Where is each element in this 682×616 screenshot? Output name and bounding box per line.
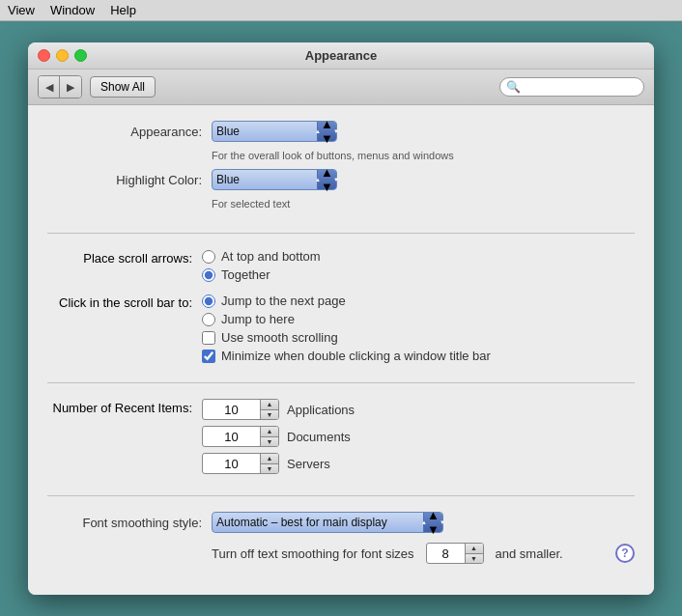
font-size-up-btn[interactable]: ▲	[466, 544, 483, 554]
zoom-button[interactable]	[74, 49, 87, 62]
recent-servers-row: 10 ▲ ▼ Servers	[202, 453, 635, 474]
recent-items-section: Number of Recent Items: 10 ▲ ▼ Applicati…	[47, 399, 635, 496]
servers-value: 10	[203, 457, 260, 471]
minimize-label: Minimize when double clicking a window t…	[221, 349, 491, 363]
font-size-stepper-btns: ▲ ▼	[465, 544, 483, 563]
appearance-hint: For the overall look of buttons, menus a…	[212, 150, 635, 161]
scroll-together-label: Together	[221, 267, 270, 282]
smooth-scroll-label: Use smooth scrolling	[221, 330, 338, 345]
next-page-radio[interactable]	[202, 294, 215, 308]
highlight-color-select[interactable]: Blue Graphite	[216, 173, 332, 186]
docs-up-btn[interactable]: ▲	[261, 427, 278, 437]
highlight-color-label: Highlight Color:	[47, 173, 202, 187]
smooth-scroll-checkbox[interactable]	[202, 331, 215, 345]
next-page-row: Jump to the next page	[202, 294, 635, 308]
scroll-arrows-label: Place scroll arrows:	[83, 251, 192, 266]
jump-here-radio[interactable]	[202, 313, 215, 326]
search-input[interactable]	[523, 80, 638, 94]
back-button[interactable]: ◀	[39, 76, 60, 98]
close-button[interactable]	[38, 49, 50, 62]
appearance-window: Appearance ◀ ▶ Show All 🔍 Appearance: Bl…	[28, 42, 654, 595]
scroll-arrows-group: Place scroll arrows: At top and bottom T…	[47, 249, 635, 286]
docs-stepper[interactable]: 10 ▲ ▼	[202, 426, 279, 447]
apps-up-btn[interactable]: ▲	[261, 400, 278, 410]
text-smoothing-row: Turn off text smoothing for font sizes 8…	[47, 543, 635, 564]
font-smoothing-section: Font smoothing style: Automatic – best f…	[47, 512, 635, 579]
font-smoothing-row: Font smoothing style: Automatic – best f…	[47, 512, 635, 533]
recent-items-controls: 10 ▲ ▼ Applications 10 ▲	[202, 399, 635, 480]
apps-stepper[interactable]: 10 ▲ ▼	[202, 399, 279, 420]
show-all-button[interactable]: Show All	[90, 76, 156, 98]
servers-up-btn[interactable]: ▲	[261, 454, 278, 464]
font-size-down-btn[interactable]: ▼	[466, 554, 483, 564]
minimize-button[interactable]	[56, 49, 69, 62]
next-page-label: Jump to the next page	[221, 294, 346, 308]
docs-value: 10	[203, 430, 260, 444]
apps-down-btn[interactable]: ▼	[261, 410, 278, 420]
font-smoothing-label: Font smoothing style:	[47, 516, 202, 530]
menu-bar: View Window Help	[0, 0, 682, 21]
content: Appearance: Blue Graphite ▲ ▼ For the ov…	[28, 105, 654, 595]
font-smoothing-select[interactable]: Automatic – best for main display Standa…	[216, 516, 439, 529]
scroll-top-bottom-row: At top and bottom	[202, 249, 635, 264]
menu-window[interactable]: Window	[50, 3, 95, 17]
servers-down-btn[interactable]: ▼	[261, 464, 278, 474]
servers-stepper[interactable]: 10 ▲ ▼	[202, 453, 279, 474]
search-icon: 🔍	[506, 80, 521, 94]
toolbar: ◀ ▶ Show All 🔍	[28, 70, 654, 105]
docs-stepper-btns: ▲ ▼	[260, 427, 278, 446]
nav-buttons: ◀ ▶	[38, 75, 82, 98]
recent-apps-row: 10 ▲ ▼ Applications	[202, 399, 635, 420]
search-box[interactable]: 🔍	[499, 77, 644, 97]
click-scroll-controls: Jump to the next page Jump to here Use s…	[202, 294, 635, 367]
menu-view[interactable]: View	[8, 3, 35, 17]
minimize-checkbox[interactable]	[202, 350, 215, 363]
text-smoothing-suffix: and smaller.	[496, 546, 563, 561]
font-smoothing-select-wrapper[interactable]: Automatic – best for main display Standa…	[212, 512, 443, 533]
scroll-top-bottom-label: At top and bottom	[221, 249, 321, 264]
apps-stepper-btns: ▲ ▼	[260, 400, 278, 419]
apps-label: Applications	[287, 403, 355, 417]
highlight-color-row: Highlight Color: Blue Graphite ▲ ▼	[47, 169, 635, 190]
appearance-row: Appearance: Blue Graphite ▲ ▼	[47, 121, 635, 142]
scroll-top-bottom-radio[interactable]	[202, 250, 215, 264]
appearance-label: Appearance:	[47, 125, 202, 139]
appearance-select-wrapper[interactable]: Blue Graphite ▲ ▼	[212, 121, 337, 142]
recent-items-label: Number of Recent Items:	[53, 401, 193, 415]
font-size-value: 8	[427, 546, 465, 561]
appearance-section: Appearance: Blue Graphite ▲ ▼ For the ov…	[47, 121, 635, 234]
click-scroll-group: Click in the scroll bar to: Jump to the …	[47, 294, 635, 367]
recent-docs-row: 10 ▲ ▼ Documents	[202, 426, 635, 447]
recent-items-group: Number of Recent Items: 10 ▲ ▼ Applicati…	[47, 399, 635, 480]
scroll-section: Place scroll arrows: At top and bottom T…	[47, 249, 635, 383]
window-title: Appearance	[305, 48, 377, 63]
apps-value: 10	[203, 403, 260, 417]
docs-down-btn[interactable]: ▼	[261, 437, 278, 447]
scroll-together-radio[interactable]	[202, 268, 215, 282]
minimize-row: Minimize when double clicking a window t…	[202, 349, 635, 363]
title-bar: Appearance	[28, 42, 654, 70]
traffic-lights	[38, 49, 87, 62]
font-size-stepper[interactable]: 8 ▲ ▼	[426, 543, 484, 564]
highlight-color-select-wrapper[interactable]: Blue Graphite ▲ ▼	[212, 169, 337, 190]
click-scroll-label: Click in the scroll bar to:	[59, 295, 192, 310]
scroll-together-row: Together	[202, 267, 635, 282]
scroll-arrows-controls: At top and bottom Together	[202, 249, 635, 286]
servers-stepper-btns: ▲ ▼	[260, 454, 278, 473]
highlight-hint: For selected text	[212, 198, 635, 210]
smooth-scroll-row: Use smooth scrolling	[202, 330, 635, 345]
forward-button[interactable]: ▶	[60, 76, 81, 98]
menu-help[interactable]: Help	[110, 3, 136, 17]
jump-here-label: Jump to here	[221, 312, 295, 326]
jump-here-row: Jump to here	[202, 312, 635, 326]
docs-label: Documents	[287, 430, 351, 444]
text-smoothing-label: Turn off text smoothing for font sizes	[212, 546, 414, 561]
appearance-select[interactable]: Blue Graphite	[216, 125, 332, 138]
help-button[interactable]: ?	[615, 544, 635, 563]
servers-label: Servers	[287, 457, 330, 471]
